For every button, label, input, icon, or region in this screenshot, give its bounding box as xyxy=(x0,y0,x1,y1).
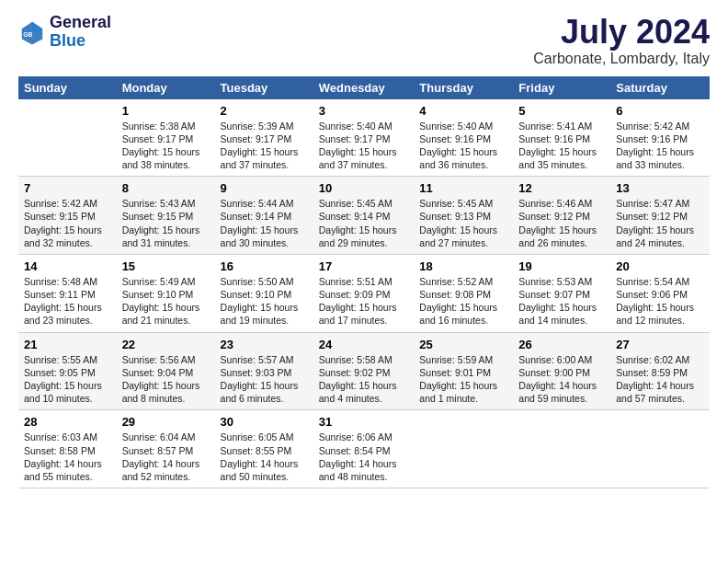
calendar-cell: 16Sunrise: 5:50 AM Sunset: 9:10 PM Dayli… xyxy=(215,254,313,332)
day-number: 8 xyxy=(122,181,210,195)
cell-info: Sunrise: 6:04 AM Sunset: 8:57 PM Dayligh… xyxy=(122,431,210,483)
day-number: 23 xyxy=(221,338,308,351)
location: Carbonate, Lombardy, Italy xyxy=(533,51,710,67)
calendar-week-3: 14Sunrise: 5:48 AM Sunset: 9:11 PM Dayli… xyxy=(18,254,710,332)
cell-info: Sunrise: 5:47 AM Sunset: 9:12 PM Dayligh… xyxy=(616,197,704,249)
cell-info: Sunrise: 6:05 AM Sunset: 8:55 PM Dayligh… xyxy=(221,431,308,483)
calendar-week-2: 7Sunrise: 5:42 AM Sunset: 9:15 PM Daylig… xyxy=(18,177,710,255)
calendar-cell xyxy=(513,410,610,488)
calendar-cell: 30Sunrise: 6:05 AM Sunset: 8:55 PM Dayli… xyxy=(215,410,313,488)
calendar-cell: 24Sunrise: 5:58 AM Sunset: 9:02 PM Dayli… xyxy=(313,332,415,410)
cell-info: Sunrise: 5:51 AM Sunset: 9:09 PM Dayligh… xyxy=(319,275,409,327)
day-number: 13 xyxy=(616,181,704,195)
title-block: July 2024 Carbonate, Lombardy, Italy xyxy=(533,14,710,67)
calendar-cell: 14Sunrise: 5:48 AM Sunset: 9:11 PM Dayli… xyxy=(18,254,117,332)
calendar-cell: 4Sunrise: 5:40 AM Sunset: 9:16 PM Daylig… xyxy=(414,99,513,177)
calendar-cell: 17Sunrise: 5:51 AM Sunset: 9:09 PM Dayli… xyxy=(313,254,415,332)
calendar-table: SundayMondayTuesdayWednesdayThursdayFrid… xyxy=(18,76,710,488)
day-number: 7 xyxy=(24,181,111,195)
cell-info: Sunrise: 5:52 AM Sunset: 9:08 PM Dayligh… xyxy=(419,275,507,327)
col-header-tuesday: Tuesday xyxy=(215,76,313,99)
calendar-week-5: 28Sunrise: 6:03 AM Sunset: 8:58 PM Dayli… xyxy=(18,410,710,488)
day-number: 14 xyxy=(24,259,111,273)
day-number: 21 xyxy=(24,338,111,351)
cell-info: Sunrise: 5:49 AM Sunset: 9:10 PM Dayligh… xyxy=(122,275,210,327)
cell-info: Sunrise: 5:41 AM Sunset: 9:16 PM Dayligh… xyxy=(518,120,605,172)
calendar-cell: 5Sunrise: 5:41 AM Sunset: 9:16 PM Daylig… xyxy=(513,99,610,177)
day-number: 30 xyxy=(221,415,308,429)
col-header-sunday: Sunday xyxy=(18,76,117,99)
calendar-cell: 2Sunrise: 5:39 AM Sunset: 9:17 PM Daylig… xyxy=(215,99,313,177)
cell-info: Sunrise: 5:42 AM Sunset: 9:15 PM Dayligh… xyxy=(24,197,111,249)
header: GB General Blue July 2024 Carbonate, Lom… xyxy=(18,14,710,67)
cell-info: Sunrise: 6:00 AM Sunset: 9:00 PM Dayligh… xyxy=(518,353,605,406)
calendar-cell: 21Sunrise: 5:55 AM Sunset: 9:05 PM Dayli… xyxy=(18,332,117,410)
cell-info: Sunrise: 5:57 AM Sunset: 9:03 PM Dayligh… xyxy=(221,353,308,406)
day-number: 19 xyxy=(518,259,605,273)
col-header-monday: Monday xyxy=(117,76,215,99)
calendar-week-1: 1Sunrise: 5:38 AM Sunset: 9:17 PM Daylig… xyxy=(18,99,710,177)
cell-info: Sunrise: 6:02 AM Sunset: 8:59 PM Dayligh… xyxy=(616,353,704,406)
day-number: 24 xyxy=(319,338,409,351)
calendar-cell: 7Sunrise: 5:42 AM Sunset: 9:15 PM Daylig… xyxy=(18,177,117,255)
calendar-cell: 3Sunrise: 5:40 AM Sunset: 9:17 PM Daylig… xyxy=(313,99,415,177)
day-number: 4 xyxy=(419,104,507,118)
day-number: 31 xyxy=(319,415,409,429)
calendar-cell: 8Sunrise: 5:43 AM Sunset: 9:15 PM Daylig… xyxy=(117,177,215,255)
day-number: 29 xyxy=(122,415,210,429)
col-header-thursday: Thursday xyxy=(414,76,513,99)
cell-info: Sunrise: 5:48 AM Sunset: 9:11 PM Dayligh… xyxy=(24,275,111,327)
cell-info: Sunrise: 5:54 AM Sunset: 9:06 PM Dayligh… xyxy=(616,275,704,327)
day-number: 16 xyxy=(221,259,308,273)
calendar-cell: 23Sunrise: 5:57 AM Sunset: 9:03 PM Dayli… xyxy=(215,332,313,410)
day-number: 27 xyxy=(616,338,704,351)
day-number: 2 xyxy=(221,104,308,118)
cell-info: Sunrise: 6:06 AM Sunset: 8:54 PM Dayligh… xyxy=(319,431,409,483)
col-header-wednesday: Wednesday xyxy=(313,76,415,99)
day-number: 15 xyxy=(122,259,210,273)
logo-text: General Blue xyxy=(50,14,111,51)
day-number: 9 xyxy=(221,181,308,195)
calendar-cell: 29Sunrise: 6:04 AM Sunset: 8:57 PM Dayli… xyxy=(117,410,215,488)
page-container: GB General Blue July 2024 Carbonate, Lom… xyxy=(0,0,728,498)
day-number: 20 xyxy=(616,259,704,273)
day-number: 1 xyxy=(122,104,210,118)
calendar-cell: 6Sunrise: 5:42 AM Sunset: 9:16 PM Daylig… xyxy=(610,99,710,177)
logo: GB General Blue xyxy=(18,14,111,51)
cell-info: Sunrise: 5:38 AM Sunset: 9:17 PM Dayligh… xyxy=(122,120,210,172)
calendar-cell: 28Sunrise: 6:03 AM Sunset: 8:58 PM Dayli… xyxy=(18,410,117,488)
calendar-cell xyxy=(414,410,513,488)
cell-info: Sunrise: 5:42 AM Sunset: 9:16 PM Dayligh… xyxy=(616,120,704,172)
cell-info: Sunrise: 6:03 AM Sunset: 8:58 PM Dayligh… xyxy=(24,431,111,483)
day-number: 10 xyxy=(319,181,409,195)
cell-info: Sunrise: 5:39 AM Sunset: 9:17 PM Dayligh… xyxy=(221,120,308,172)
day-number: 12 xyxy=(518,181,605,195)
day-number: 17 xyxy=(319,259,409,273)
cell-info: Sunrise: 5:45 AM Sunset: 9:14 PM Dayligh… xyxy=(319,197,409,249)
day-number: 26 xyxy=(518,338,605,351)
calendar-cell: 26Sunrise: 6:00 AM Sunset: 9:00 PM Dayli… xyxy=(513,332,610,410)
calendar-cell: 11Sunrise: 5:45 AM Sunset: 9:13 PM Dayli… xyxy=(414,177,513,255)
cell-info: Sunrise: 5:46 AM Sunset: 9:12 PM Dayligh… xyxy=(518,197,605,249)
calendar-cell xyxy=(610,410,710,488)
day-number: 3 xyxy=(319,104,409,118)
cell-info: Sunrise: 5:45 AM Sunset: 9:13 PM Dayligh… xyxy=(419,197,507,249)
day-number: 28 xyxy=(24,415,111,429)
cell-info: Sunrise: 5:40 AM Sunset: 9:16 PM Dayligh… xyxy=(419,120,507,172)
cell-info: Sunrise: 5:44 AM Sunset: 9:14 PM Dayligh… xyxy=(221,197,308,249)
day-number: 18 xyxy=(419,259,507,273)
calendar-cell: 20Sunrise: 5:54 AM Sunset: 9:06 PM Dayli… xyxy=(610,254,710,332)
day-number: 25 xyxy=(419,338,507,351)
calendar-cell: 19Sunrise: 5:53 AM Sunset: 9:07 PM Dayli… xyxy=(513,254,610,332)
cell-info: Sunrise: 5:56 AM Sunset: 9:04 PM Dayligh… xyxy=(122,353,210,406)
cell-info: Sunrise: 5:53 AM Sunset: 9:07 PM Dayligh… xyxy=(518,275,605,327)
calendar-cell: 18Sunrise: 5:52 AM Sunset: 9:08 PM Dayli… xyxy=(414,254,513,332)
calendar-cell: 13Sunrise: 5:47 AM Sunset: 9:12 PM Dayli… xyxy=(610,177,710,255)
cell-info: Sunrise: 5:40 AM Sunset: 9:17 PM Dayligh… xyxy=(319,120,409,172)
calendar-cell: 1Sunrise: 5:38 AM Sunset: 9:17 PM Daylig… xyxy=(117,99,215,177)
cell-info: Sunrise: 5:58 AM Sunset: 9:02 PM Dayligh… xyxy=(319,353,409,406)
cell-info: Sunrise: 5:43 AM Sunset: 9:15 PM Dayligh… xyxy=(122,197,210,249)
calendar-week-4: 21Sunrise: 5:55 AM Sunset: 9:05 PM Dayli… xyxy=(18,332,710,410)
calendar-cell: 12Sunrise: 5:46 AM Sunset: 9:12 PM Dayli… xyxy=(513,177,610,255)
day-number: 11 xyxy=(419,181,507,195)
